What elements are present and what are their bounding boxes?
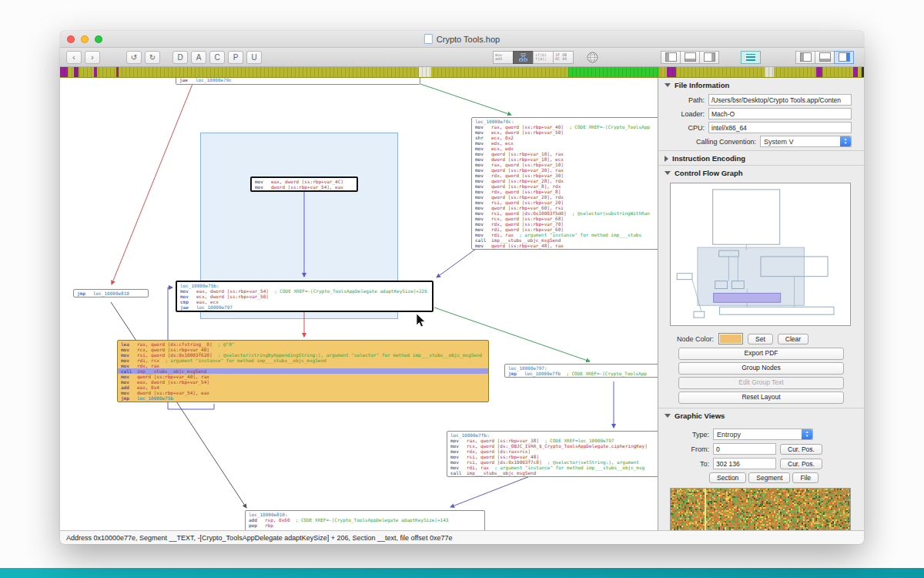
code-button[interactable]: C (209, 51, 225, 64)
left-pane-icon (665, 52, 677, 62)
procedure-button[interactable]: P (228, 51, 243, 64)
to-cur-pos-button[interactable]: Cur. Pos. (780, 459, 822, 469)
graph-node-selected-small[interactable]: moveax, dword [ss:rbp+var_4C]movdword [s… (250, 176, 358, 192)
undefine-button[interactable]: U (246, 51, 262, 64)
section-control-flow-graph[interactable]: Control Flow Graph (658, 165, 864, 180)
toggle-bottom-pane-button[interactable] (680, 51, 700, 64)
graph-node-top-partial[interactable]: jaeloc_10000e79c (176, 78, 420, 85)
node-color-swatch[interactable] (718, 333, 743, 344)
navigation-list-button[interactable] (741, 51, 761, 64)
pane-toggle-group (661, 51, 718, 64)
layout-right-button[interactable] (834, 51, 854, 64)
sphere-view-button[interactable] (584, 51, 601, 64)
graph-node-jmp-left[interactable]: jmploc_10000e810 (73, 289, 149, 297)
back-icon: ‹ (72, 53, 75, 62)
forward-icon: › (91, 53, 93, 62)
reset-layout-button[interactable]: Reset Layout (678, 391, 844, 404)
to-field[interactable]: 302 136 (713, 458, 776, 469)
document-icon (424, 34, 433, 44)
window-title-text: Crypto Tools.hop (437, 35, 500, 44)
main-area: jaeloc_10000e79c loc_10000e70c:movrax, q… (60, 78, 864, 530)
minimize-window-button[interactable] (81, 35, 89, 43)
disclosure-open-icon (665, 171, 671, 175)
hopper-window: Crypto Tools.hop ‹ › ↺ ↻ D A C P U mov a… (60, 31, 864, 544)
dropdown-arrows-icon: ▲▼ (802, 429, 812, 439)
edge-e70c-to-e75b (437, 249, 476, 277)
data-button[interactable]: D (172, 51, 188, 64)
disclosure-closed-icon (665, 156, 668, 162)
edit-group-text-button: Edit Group Text (678, 377, 844, 389)
cpu-field[interactable]: intel/x86_64 (708, 122, 852, 133)
export-pdf-button[interactable]: Export PDF (678, 348, 844, 360)
cpu-label: CPU: (658, 124, 708, 132)
dropdown-arrows-icon: ▲▼ (840, 136, 851, 146)
calling-convention-label: Calling Convention: (658, 138, 760, 146)
graph-node-e7fb[interactable]: loc_10000e7fb:movrax, qword [ss:rbp+var_… (447, 431, 658, 477)
section-graphic-views[interactable]: Graphic Views (658, 408, 864, 422)
from-cur-pos-button[interactable]: Cur. Pos. (780, 444, 822, 455)
close-window-button[interactable] (67, 35, 75, 43)
assembly-view-segment[interactable]: mov add (493, 51, 514, 64)
graph-node-current-orange[interactable]: learax, qword [ds:cfstring__0] ; @"0"mov… (117, 340, 489, 402)
section-title: File Information (675, 81, 729, 89)
entropy-graphic[interactable] (670, 488, 851, 530)
calling-convention-value: System V (764, 138, 794, 146)
layout-toggle-group (795, 51, 853, 64)
hex-view-segment[interactable]: 1F 8B 0C 44 (553, 51, 574, 64)
calling-convention-select[interactable]: System V ▲▼ (760, 136, 852, 147)
section-title: Graphic Views (675, 412, 725, 420)
redo-button[interactable]: ↻ (145, 51, 160, 64)
edge-top-to-e70c (420, 84, 511, 115)
segment-range-button[interactable]: Segment (748, 472, 790, 483)
control-flow-graph-view[interactable]: jaeloc_10000e79c loc_10000e70c:movrax, q… (60, 78, 658, 530)
right-pane-icon (704, 52, 715, 62)
traffic-lights (60, 35, 102, 43)
entropy-nav-strip[interactable] (60, 67, 864, 78)
cfg-view-segment[interactable] (513, 51, 534, 64)
type-select[interactable]: Entropy ▲▼ (713, 428, 813, 440)
toggle-right-pane-button[interactable] (699, 51, 719, 64)
pseudocode-view-segment[interactable]: if(b) f(a); (533, 51, 554, 64)
undo-button[interactable]: ↺ (126, 51, 142, 64)
from-field[interactable]: 0 (713, 443, 776, 455)
layout-left-button[interactable] (795, 51, 815, 64)
group-nodes-button[interactable]: Group Nodes (678, 362, 844, 375)
cfg-icon (519, 53, 527, 62)
list-icon (746, 54, 755, 61)
layout-bottom-button[interactable] (815, 51, 835, 64)
entropy-canvas (671, 489, 850, 530)
forward-button[interactable]: › (85, 51, 100, 64)
loader-field[interactable]: Mach-O (708, 108, 852, 119)
path-field[interactable]: /Users/bsr/Desktop/Crypto Tools.app/Cont… (708, 94, 852, 106)
graph-node-e70c[interactable]: loc_10000e70c:movrax, qword [ss:rbp+var_… (471, 117, 658, 250)
desktop-dock-strip (0, 568, 924, 578)
graph-node-e810[interactable]: loc_10000e810:addrsp, 0x60 ; CODE XREF=-… (245, 510, 485, 530)
cfg-minimap[interactable] (670, 183, 851, 326)
node-color-label: Node Color: (677, 335, 714, 343)
to-label: To: (658, 460, 713, 468)
zoom-window-button[interactable] (95, 35, 102, 43)
list-view-group (741, 51, 760, 64)
file-range-button[interactable]: File (792, 472, 819, 483)
inspector-panel: File Information Path: /Users/bsr/Deskto… (658, 78, 864, 530)
edge-jmp-to-e810 (111, 302, 246, 508)
set-node-color-button[interactable]: Set (748, 334, 773, 344)
path-label: Path: (658, 96, 708, 104)
type-value: Entropy (717, 431, 741, 439)
toolbar: ‹ › ↺ ↻ D A C P U mov add if(b) f(a); 1F… (60, 48, 864, 67)
type-label: Type: (658, 431, 713, 439)
status-bar: Address 0x10000e77e, Segment __TEXT, -[C… (60, 530, 864, 544)
back-button[interactable]: ‹ (66, 51, 82, 64)
section-range-button[interactable]: Section (709, 472, 746, 483)
graph-node-e75b[interactable]: loc_10000e75b:moveax, dword [ss:rbp+var_… (176, 281, 434, 312)
view-mode-segmented-control: mov add if(b) f(a); 1F 8B 0C 44 (493, 51, 601, 64)
layout-left-icon (800, 52, 812, 62)
toggle-left-pane-button[interactable] (661, 51, 681, 64)
graph-node-e797[interactable]: loc_10000e797:jmploc_10000e7fb ; CODE XR… (504, 364, 658, 378)
clear-node-color-button[interactable]: Clear (778, 334, 808, 344)
section-file-information[interactable]: File Information (658, 78, 864, 92)
from-label: From: (658, 445, 713, 453)
section-instruction-encoding[interactable]: Instruction Encoding (658, 150, 864, 165)
ascii-button[interactable]: A (191, 51, 206, 64)
section-title: Instruction Encoding (672, 154, 745, 163)
